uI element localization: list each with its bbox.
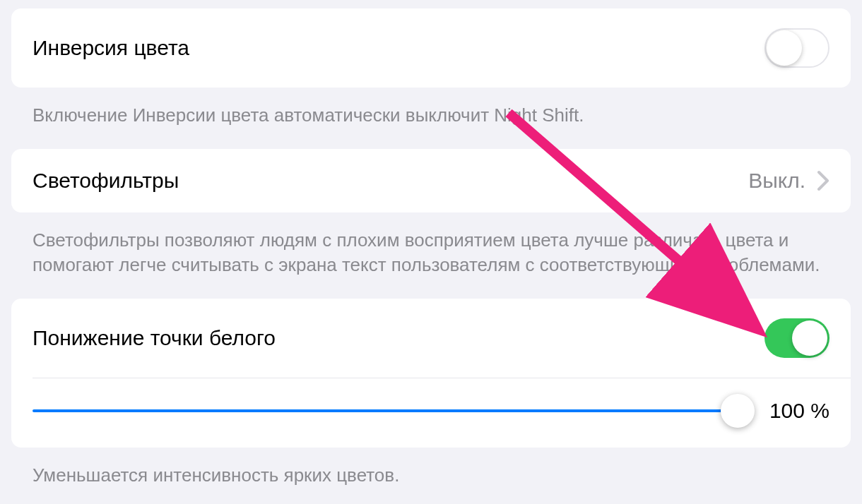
reduce-white-point-slider-row: 100 % <box>11 378 851 448</box>
reduce-white-point-group: Понижение точки белого 100 % <box>11 299 851 448</box>
color-filters-label: Светофильтры <box>33 169 179 193</box>
slider-track <box>33 409 738 412</box>
color-filters-value: Выкл. <box>748 169 805 193</box>
reduce-white-point-row: Понижение точки белого <box>11 299 851 378</box>
reduce-white-point-toggle[interactable] <box>764 318 829 358</box>
chevron-right-icon <box>817 170 829 191</box>
toggle-knob <box>792 320 827 356</box>
color-filters-right: Выкл. <box>748 169 829 193</box>
color-filters-row[interactable]: Светофильтры Выкл. <box>11 149 851 212</box>
reduce-white-point-label: Понижение точки белого <box>33 326 276 350</box>
reduce-white-point-slider[interactable] <box>33 394 738 428</box>
invert-colors-row: Инверсия цвета <box>11 8 851 88</box>
color-filters-footer: Светофильтры позволяют людям с плохим во… <box>11 212 851 299</box>
slider-thumb <box>721 394 755 428</box>
reduce-white-point-footer: Уменьшается интенсивность ярких цветов. <box>11 448 851 504</box>
reduce-white-point-percent: 100 % <box>759 399 829 423</box>
toggle-knob <box>767 30 802 66</box>
invert-colors-label: Инверсия цвета <box>33 36 189 60</box>
invert-colors-toggle[interactable] <box>764 28 829 68</box>
invert-colors-footer: Включение Инверсии цвета автоматически в… <box>11 88 851 149</box>
